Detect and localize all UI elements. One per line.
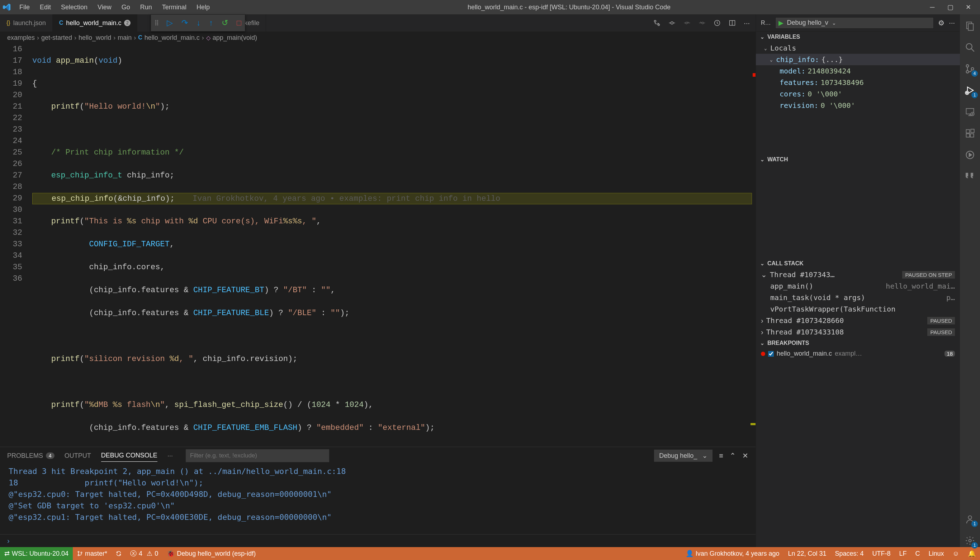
debug-toolbar[interactable]: ⁞⁞ ▷ ↷ ↓ ↑ ↺ □ <box>151 14 245 32</box>
drag-handle-icon[interactable]: ⁞⁞ <box>155 18 158 28</box>
breakpoint-row[interactable]: hello_world_main.c exampl… 18 <box>756 348 960 359</box>
menu-selection[interactable]: Selection <box>56 2 93 13</box>
status-cursor-position[interactable]: Ln 22, Col 31 <box>783 547 830 560</box>
variable-row[interactable]: cores: 0 '\000' <box>756 88 960 100</box>
console-line: @"esp32.cpu1: Target halted, PC=0x400E30… <box>8 512 747 523</box>
thread-row[interactable]: ›Thread #1073428660PAUSED <box>756 315 960 326</box>
activity-extensions[interactable] <box>963 127 977 140</box>
debug-input-prompt[interactable]: › <box>0 534 755 547</box>
code-content[interactable]: void app_main(void) { printf("Hello worl… <box>29 44 752 447</box>
stop-icon[interactable]: □ <box>237 18 241 28</box>
status-sync[interactable] <box>112 547 126 560</box>
status-blame[interactable]: 👤 Ivan Grokhotkov, 4 years ago <box>681 547 784 560</box>
panel-tab-label: PROBLEMS <box>7 452 43 460</box>
breakpoints-header[interactable]: ⌄BREAKPOINTS <box>756 338 960 348</box>
prev-change-icon[interactable] <box>683 19 691 27</box>
crumb[interactable]: app_main(void) <box>213 34 257 42</box>
split-editor-icon[interactable] <box>728 19 736 27</box>
menu-file[interactable]: File <box>14 2 35 13</box>
next-change-icon[interactable] <box>698 19 706 27</box>
menu-terminal[interactable]: Terminal <box>157 2 192 13</box>
activity-search[interactable] <box>963 41 977 54</box>
debug-filter-input[interactable] <box>186 449 329 462</box>
menu-edit[interactable]: Edit <box>35 2 56 13</box>
close-button[interactable]: ✕ <box>959 0 977 14</box>
panel-tab-debug-console[interactable]: DEBUG CONSOLE <box>101 450 157 462</box>
activity-run-debug[interactable]: 1 <box>963 84 977 97</box>
debug-session-select[interactable]: Debug hello_ ⌄ <box>654 450 712 462</box>
activity-testing[interactable] <box>963 148 977 161</box>
status-branch[interactable]: master* <box>73 547 112 560</box>
panel-tab-problems[interactable]: PROBLEMS 4 <box>7 450 55 462</box>
status-os[interactable]: Linux <box>924 547 948 560</box>
tab-hello-world-main[interactable]: C hello_world_main.c 2 <box>53 14 138 32</box>
play-icon[interactable]: ▶ <box>778 19 783 27</box>
menu-view[interactable]: View <box>93 2 117 13</box>
file-history-icon[interactable] <box>713 19 721 27</box>
debug-console-output[interactable]: Thread 3 hit Breakpoint 2, app_main () a… <box>0 464 755 534</box>
variable-row[interactable]: features: 1073438496 <box>756 77 960 88</box>
step-out-icon[interactable]: ↑ <box>209 18 213 28</box>
activity-settings[interactable]: 1 <box>963 534 977 547</box>
continue-icon[interactable]: ▷ <box>167 18 173 28</box>
line-number-gutter[interactable]: 16 17 18 19 20 21 22▷ 23 24 25 26 27 28 … <box>0 44 29 447</box>
status-feedback[interactable]: ☺ <box>948 547 963 560</box>
step-over-icon[interactable]: ↷ <box>182 18 188 28</box>
close-panel-icon[interactable]: ✕ <box>742 452 748 460</box>
menu-run[interactable]: Run <box>135 2 157 13</box>
status-debug-target[interactable]: 🐞 Debug hello_world (esp-idf) <box>162 547 260 560</box>
activity-remote-explorer[interactable] <box>963 105 977 118</box>
minimap[interactable] <box>752 44 755 447</box>
activity-explorer[interactable] <box>963 19 977 32</box>
watch-header[interactable]: ⌄WATCH <box>756 154 960 165</box>
collapse-panel-icon[interactable]: ⌃ <box>730 452 736 460</box>
breadcrumb[interactable]: examples› get-started› hello_world› main… <box>0 32 755 44</box>
variables-header[interactable]: ⌄VARIABLES <box>756 32 960 42</box>
status-eol[interactable]: LF <box>895 547 911 560</box>
breakpoint-checkbox[interactable] <box>768 351 774 357</box>
crumb[interactable]: hello_world <box>78 34 111 42</box>
activity-source-control[interactable]: 4 <box>963 62 977 75</box>
gear-icon[interactable]: ⚙ <box>938 18 945 27</box>
status-notifications[interactable]: 🔔 <box>963 547 980 560</box>
status-problems[interactable]: ⓧ4 ⚠0 <box>126 547 162 560</box>
scope-locals[interactable]: ⌄Locals <box>756 42 960 54</box>
variable-chip-info[interactable]: ⌄chip_info: {...} <box>756 54 960 65</box>
crumb[interactable]: hello_world_main.c <box>145 34 200 42</box>
panel-tab-more[interactable]: ··· <box>167 450 173 462</box>
menu-go[interactable]: Go <box>117 2 135 13</box>
clear-console-icon[interactable]: ≡ <box>719 452 723 460</box>
crumb[interactable]: get-started <box>41 34 72 42</box>
step-into-icon[interactable]: ↓ <box>197 18 200 28</box>
crumb[interactable]: main <box>118 34 132 42</box>
status-language[interactable]: C <box>911 547 924 560</box>
tab-launch-json[interactable]: {} launch.json <box>0 14 53 32</box>
variable-row[interactable]: revision: 0 '\000' <box>756 100 960 111</box>
minimize-button[interactable]: ─ <box>923 0 941 14</box>
git-commit-icon[interactable] <box>668 19 675 27</box>
menu-help[interactable]: Help <box>192 2 215 13</box>
status-remote[interactable]: ⇄ WSL: Ubuntu-20.04 <box>0 547 73 560</box>
activity-accounts[interactable]: 1 <box>963 513 977 526</box>
status-indentation[interactable]: Spaces: 4 <box>831 547 868 560</box>
more-icon[interactable]: ··· <box>949 18 955 27</box>
callstack-header[interactable]: ⌄CALL STACK <box>756 258 960 269</box>
status-encoding[interactable]: UTF-8 <box>868 547 895 560</box>
crumb[interactable]: examples <box>7 34 35 42</box>
stack-frame[interactable]: app_main()hello_world_mai… <box>756 280 960 292</box>
debug-config-select[interactable]: ▶ Debug hello_v ⌄ <box>775 17 934 29</box>
more-actions-icon[interactable]: ··· <box>744 19 750 27</box>
thread-row[interactable]: ›Thread #1073433108PAUSED <box>756 326 960 338</box>
compare-icon[interactable] <box>653 19 660 27</box>
code-editor[interactable]: 16 17 18 19 20 21 22▷ 23 24 25 26 27 28 … <box>0 44 755 447</box>
restart-icon[interactable]: ↺ <box>222 18 228 28</box>
stack-frame[interactable]: vPortTaskWrapper(TaskFunction <box>756 303 960 315</box>
thread-row[interactable]: ⌄ Thread #107343… PAUSED ON STEP <box>756 269 960 280</box>
variable-row[interactable]: model: 2148039424 <box>756 65 960 77</box>
activity-references[interactable] <box>963 170 977 183</box>
watch-section: ⌄WATCH <box>756 154 960 258</box>
panel-tab-output[interactable]: OUTPUT <box>65 450 91 462</box>
debug-icon: 🐞 <box>167 550 175 557</box>
maximize-button[interactable]: ▢ <box>941 0 959 14</box>
stack-frame[interactable]: main_task(void * args)p… <box>756 292 960 303</box>
